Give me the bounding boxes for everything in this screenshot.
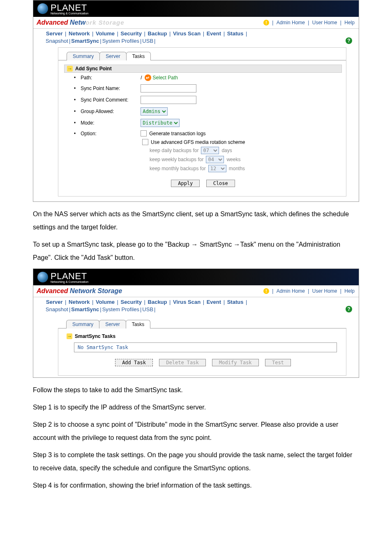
globe-icon: [37, 3, 48, 14]
test-button[interactable]: Test: [265, 359, 291, 366]
paragraph-2: To set up a SmartSync task, please go to…: [33, 238, 359, 264]
header-links: ! | Admin Home | User Home | Help: [263, 20, 355, 26]
group-allowed-label: Group Allowed:: [81, 109, 138, 114]
gfs-monthly-unit: months: [229, 166, 245, 171]
nav1-event[interactable]: Event: [207, 299, 221, 305]
globe-icon: [37, 272, 48, 282]
title-bar: Advanced Network Storage ! | Admin Home …: [33, 285, 359, 297]
path-label: Path:: [81, 75, 138, 81]
sync-point-comment-label: Sync Point Comment:: [81, 97, 138, 103]
page-title: Advanced Network Storage: [37, 19, 125, 26]
context-help-icon[interactable]: ?: [346, 37, 352, 44]
gfs-label: Use advanced GFS media rotation scheme: [151, 139, 245, 145]
tab-tasks[interactable]: Tasks: [126, 52, 151, 60]
nav1-network[interactable]: Network: [69, 299, 90, 305]
mode-select[interactable]: Distribute: [141, 119, 180, 127]
tab-server[interactable]: Server: [99, 320, 126, 328]
help-link[interactable]: Help: [344, 288, 355, 294]
apply-button[interactable]: Apply: [171, 180, 200, 187]
sync-point-name-input[interactable]: [141, 84, 196, 92]
tab-tasks[interactable]: Tasks: [126, 320, 151, 328]
context-help-icon[interactable]: ?: [346, 306, 352, 312]
mode-label: Mode:: [81, 120, 138, 126]
alert-icon[interactable]: !: [263, 288, 269, 294]
step-3: Step 3 is to complete the task settings.…: [33, 449, 359, 475]
nav1-event[interactable]: Event: [207, 30, 221, 37]
help-link[interactable]: Help: [344, 20, 355, 25]
nav1-backup[interactable]: Backup: [148, 299, 167, 305]
tab-summary[interactable]: Summary: [67, 52, 100, 60]
nav1-network[interactable]: Network: [69, 30, 90, 37]
gen-logs-checkbox[interactable]: [141, 130, 147, 136]
gfs-monthly-pre: keep monthly backups for: [150, 166, 206, 171]
screenshot-add-sync-point: PLANET Networking & Communication Advanc…: [33, 0, 359, 202]
alert-icon[interactable]: !: [263, 20, 269, 25]
secondary-nav: Snapshot | SmartSync | System Profiles |…: [33, 37, 359, 46]
step-2: Step 2 is to choose a sync point of "Dis…: [33, 418, 359, 444]
nav1-virus-scan[interactable]: Virus Scan: [173, 299, 201, 305]
nav2-snapshot[interactable]: Snapshot: [46, 38, 68, 44]
title-bar: Advanced Network Storage ! | Admin Home …: [33, 17, 359, 29]
nav1-security[interactable]: Security: [121, 30, 142, 37]
paragraph-3: Follow the steps to take to add the Smar…: [33, 384, 359, 397]
group-allowed-select[interactable]: Admins: [141, 107, 168, 116]
section-header: → Add Sync Point: [64, 65, 342, 73]
gfs-daily-pre: keep daily backups for: [150, 148, 198, 153]
brand-header: PLANET Networking & Communication: [33, 269, 359, 285]
arrow-icon: →: [67, 66, 73, 72]
sync-point-name-label: Sync Point Name:: [81, 86, 138, 91]
nav2-usb[interactable]: USB: [142, 306, 153, 312]
delete-task-button[interactable]: Delete Task: [159, 359, 205, 366]
gfs-weekly-unit: weeks: [226, 157, 240, 162]
add-task-button[interactable]: Add Task: [115, 359, 153, 366]
nav1-backup[interactable]: Backup: [148, 30, 167, 37]
nav1-status[interactable]: Status: [227, 30, 244, 37]
gfs-daily-select[interactable]: 07: [201, 147, 219, 154]
nav2-smartsync[interactable]: SmartSync: [71, 38, 99, 44]
modify-task-button[interactable]: Modify Task: [212, 359, 258, 366]
nav2-usb[interactable]: USB: [142, 38, 153, 44]
step-1: Step 1 is to specify the IP address of t…: [33, 401, 359, 414]
nav1-virus-scan[interactable]: Virus Scan: [173, 30, 201, 37]
gfs-weekly-select[interactable]: 04: [206, 156, 224, 163]
tab-summary[interactable]: Summary: [66, 320, 99, 328]
nav2-smartsync[interactable]: SmartSync: [71, 306, 99, 312]
admin-home-link[interactable]: Admin Home: [277, 288, 305, 294]
primary-nav: Server | Network | Volume | Security | B…: [33, 29, 359, 37]
gfs-checkbox[interactable]: [142, 139, 148, 145]
nav2-snapshot[interactable]: Snapshot: [46, 306, 68, 312]
content-panel: Summary Server Tasks → Add Sync Point •P…: [58, 47, 346, 197]
paragraph-1: On the NAS server which acts as the Smar…: [33, 208, 359, 234]
select-path-button[interactable]: ↵ Select Path: [145, 74, 178, 81]
nav1-security[interactable]: Security: [121, 299, 142, 305]
nav1-volume[interactable]: Volume: [96, 299, 115, 305]
nav1-status[interactable]: Status: [227, 299, 244, 305]
screenshot-smartsync-tasks: PLANET Networking & Communication Advanc…: [33, 268, 359, 378]
user-home-link[interactable]: User Home: [312, 20, 337, 25]
no-task-message: No SmartSync Task: [74, 342, 337, 352]
nav1-server[interactable]: Server: [46, 299, 62, 305]
gfs-monthly-select[interactable]: 12: [208, 165, 226, 172]
page-title: Advanced Network Storage: [37, 287, 122, 295]
nav2-system-profiles[interactable]: System Profiles: [102, 38, 139, 44]
user-home-link[interactable]: User Home: [312, 288, 337, 294]
brand-header: PLANET Networking & Communication: [33, 0, 359, 17]
sync-point-comment-input[interactable]: [141, 96, 196, 104]
primary-nav: Server | Network | Volume | Security | B…: [33, 297, 359, 305]
admin-home-link[interactable]: Admin Home: [277, 20, 305, 25]
secondary-nav: Snapshot | SmartSync | System Profiles |…: [33, 305, 359, 314]
gfs-daily-unit: days: [221, 148, 232, 153]
content-panel: Summary Server Tasks → SmartSync Tasks N…: [58, 316, 346, 376]
close-button[interactable]: Close: [206, 180, 235, 187]
path-prefix: /: [141, 75, 142, 81]
nav2-system-profiles[interactable]: System Profiles: [102, 306, 139, 312]
option-label: Option:: [81, 131, 138, 136]
tab-server[interactable]: Server: [99, 52, 126, 60]
section-title: SmartSync Tasks: [75, 333, 115, 339]
nav1-volume[interactable]: Volume: [96, 30, 115, 37]
nav1-server[interactable]: Server: [46, 30, 62, 37]
gfs-weekly-pre: keep weekly backups for: [150, 157, 203, 162]
brand-tagline: Networking & Communication: [51, 280, 88, 283]
gen-logs-label: Generate transaction logs: [149, 131, 205, 136]
header-links: ! | Admin Home | User Home | Help: [263, 288, 355, 294]
